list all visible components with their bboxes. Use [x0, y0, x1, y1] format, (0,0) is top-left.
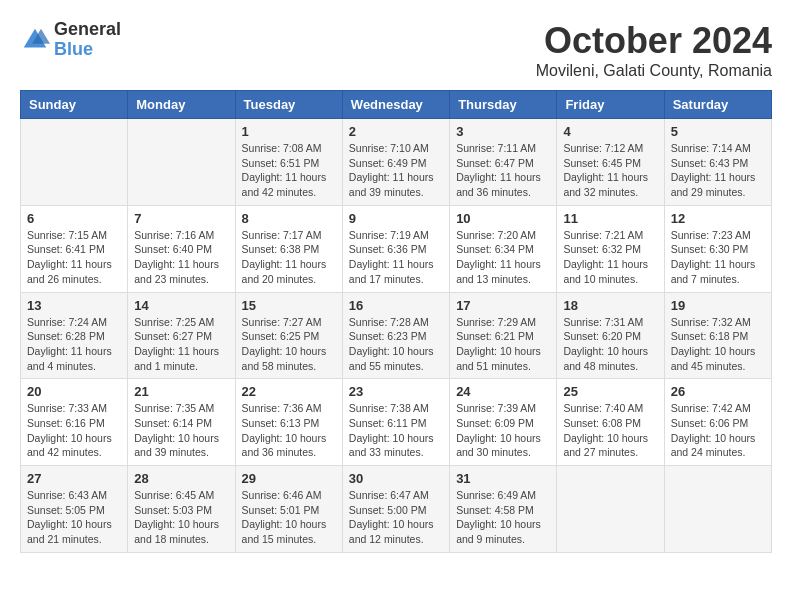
day-info: Sunrise: 7:27 AM Sunset: 6:25 PM Dayligh… [242, 315, 336, 374]
calendar-day-cell: 1Sunrise: 7:08 AM Sunset: 6:51 PM Daylig… [235, 119, 342, 206]
logo-icon [20, 25, 50, 55]
calendar-day-cell: 10Sunrise: 7:20 AM Sunset: 6:34 PM Dayli… [450, 205, 557, 292]
day-number: 28 [134, 471, 228, 486]
calendar-day-cell: 12Sunrise: 7:23 AM Sunset: 6:30 PM Dayli… [664, 205, 771, 292]
day-info: Sunrise: 7:29 AM Sunset: 6:21 PM Dayligh… [456, 315, 550, 374]
day-number: 19 [671, 298, 765, 313]
day-number: 4 [563, 124, 657, 139]
calendar-day-cell: 21Sunrise: 7:35 AM Sunset: 6:14 PM Dayli… [128, 379, 235, 466]
day-info: Sunrise: 7:25 AM Sunset: 6:27 PM Dayligh… [134, 315, 228, 374]
calendar-day-cell: 24Sunrise: 7:39 AM Sunset: 6:09 PM Dayli… [450, 379, 557, 466]
calendar-day-cell: 4Sunrise: 7:12 AM Sunset: 6:45 PM Daylig… [557, 119, 664, 206]
calendar-day-cell: 26Sunrise: 7:42 AM Sunset: 6:06 PM Dayli… [664, 379, 771, 466]
day-info: Sunrise: 7:15 AM Sunset: 6:41 PM Dayligh… [27, 228, 121, 287]
calendar-week-row: 20Sunrise: 7:33 AM Sunset: 6:16 PM Dayli… [21, 379, 772, 466]
day-number: 26 [671, 384, 765, 399]
calendar-table: SundayMondayTuesdayWednesdayThursdayFrid… [20, 90, 772, 553]
day-number: 7 [134, 211, 228, 226]
day-info: Sunrise: 7:21 AM Sunset: 6:32 PM Dayligh… [563, 228, 657, 287]
day-of-week-header: Monday [128, 91, 235, 119]
day-number: 18 [563, 298, 657, 313]
calendar-day-cell: 15Sunrise: 7:27 AM Sunset: 6:25 PM Dayli… [235, 292, 342, 379]
calendar-day-cell: 30Sunrise: 6:47 AM Sunset: 5:00 PM Dayli… [342, 466, 449, 553]
calendar-day-cell: 18Sunrise: 7:31 AM Sunset: 6:20 PM Dayli… [557, 292, 664, 379]
calendar-day-cell: 8Sunrise: 7:17 AM Sunset: 6:38 PM Daylig… [235, 205, 342, 292]
day-number: 23 [349, 384, 443, 399]
day-of-week-header: Tuesday [235, 91, 342, 119]
calendar-week-row: 1Sunrise: 7:08 AM Sunset: 6:51 PM Daylig… [21, 119, 772, 206]
calendar-day-cell: 20Sunrise: 7:33 AM Sunset: 6:16 PM Dayli… [21, 379, 128, 466]
day-of-week-header: Saturday [664, 91, 771, 119]
calendar-day-cell: 23Sunrise: 7:38 AM Sunset: 6:11 PM Dayli… [342, 379, 449, 466]
day-info: Sunrise: 7:11 AM Sunset: 6:47 PM Dayligh… [456, 141, 550, 200]
day-info: Sunrise: 7:38 AM Sunset: 6:11 PM Dayligh… [349, 401, 443, 460]
day-number: 25 [563, 384, 657, 399]
location-title: Movileni, Galati County, Romania [536, 62, 772, 80]
day-number: 22 [242, 384, 336, 399]
day-info: Sunrise: 7:31 AM Sunset: 6:20 PM Dayligh… [563, 315, 657, 374]
calendar-day-cell: 3Sunrise: 7:11 AM Sunset: 6:47 PM Daylig… [450, 119, 557, 206]
day-number: 27 [27, 471, 121, 486]
calendar-day-cell: 9Sunrise: 7:19 AM Sunset: 6:36 PM Daylig… [342, 205, 449, 292]
day-info: Sunrise: 7:23 AM Sunset: 6:30 PM Dayligh… [671, 228, 765, 287]
day-info: Sunrise: 7:17 AM Sunset: 6:38 PM Dayligh… [242, 228, 336, 287]
day-number: 31 [456, 471, 550, 486]
calendar-week-row: 6Sunrise: 7:15 AM Sunset: 6:41 PM Daylig… [21, 205, 772, 292]
day-number: 3 [456, 124, 550, 139]
day-info: Sunrise: 7:40 AM Sunset: 6:08 PM Dayligh… [563, 401, 657, 460]
calendar-day-cell: 29Sunrise: 6:46 AM Sunset: 5:01 PM Dayli… [235, 466, 342, 553]
day-number: 10 [456, 211, 550, 226]
calendar-day-cell: 14Sunrise: 7:25 AM Sunset: 6:27 PM Dayli… [128, 292, 235, 379]
day-number: 17 [456, 298, 550, 313]
day-info: Sunrise: 7:28 AM Sunset: 6:23 PM Dayligh… [349, 315, 443, 374]
day-number: 11 [563, 211, 657, 226]
day-number: 13 [27, 298, 121, 313]
day-info: Sunrise: 7:39 AM Sunset: 6:09 PM Dayligh… [456, 401, 550, 460]
month-title: October 2024 [536, 20, 772, 62]
day-number: 24 [456, 384, 550, 399]
day-number: 15 [242, 298, 336, 313]
calendar-day-cell: 31Sunrise: 6:49 AM Sunset: 4:58 PM Dayli… [450, 466, 557, 553]
calendar-day-cell: 16Sunrise: 7:28 AM Sunset: 6:23 PM Dayli… [342, 292, 449, 379]
calendar-day-cell: 28Sunrise: 6:45 AM Sunset: 5:03 PM Dayli… [128, 466, 235, 553]
day-of-week-header: Friday [557, 91, 664, 119]
day-number: 9 [349, 211, 443, 226]
page-header: General Blue October 2024 Movileni, Gala… [20, 20, 772, 80]
day-number: 21 [134, 384, 228, 399]
day-number: 12 [671, 211, 765, 226]
calendar-day-cell: 25Sunrise: 7:40 AM Sunset: 6:08 PM Dayli… [557, 379, 664, 466]
calendar-day-cell: 27Sunrise: 6:43 AM Sunset: 5:05 PM Dayli… [21, 466, 128, 553]
day-number: 16 [349, 298, 443, 313]
day-info: Sunrise: 6:47 AM Sunset: 5:00 PM Dayligh… [349, 488, 443, 547]
day-number: 8 [242, 211, 336, 226]
day-info: Sunrise: 7:32 AM Sunset: 6:18 PM Dayligh… [671, 315, 765, 374]
calendar-day-cell [128, 119, 235, 206]
day-info: Sunrise: 7:20 AM Sunset: 6:34 PM Dayligh… [456, 228, 550, 287]
logo: General Blue [20, 20, 121, 60]
title-area: October 2024 Movileni, Galati County, Ro… [536, 20, 772, 80]
calendar-day-cell [664, 466, 771, 553]
calendar-day-cell: 22Sunrise: 7:36 AM Sunset: 6:13 PM Dayli… [235, 379, 342, 466]
day-of-week-header: Sunday [21, 91, 128, 119]
calendar-day-cell: 19Sunrise: 7:32 AM Sunset: 6:18 PM Dayli… [664, 292, 771, 379]
calendar-day-cell: 17Sunrise: 7:29 AM Sunset: 6:21 PM Dayli… [450, 292, 557, 379]
day-number: 1 [242, 124, 336, 139]
calendar-day-cell: 7Sunrise: 7:16 AM Sunset: 6:40 PM Daylig… [128, 205, 235, 292]
calendar-week-row: 27Sunrise: 6:43 AM Sunset: 5:05 PM Dayli… [21, 466, 772, 553]
day-of-week-header: Wednesday [342, 91, 449, 119]
day-info: Sunrise: 6:49 AM Sunset: 4:58 PM Dayligh… [456, 488, 550, 547]
day-info: Sunrise: 6:46 AM Sunset: 5:01 PM Dayligh… [242, 488, 336, 547]
calendar-day-cell: 13Sunrise: 7:24 AM Sunset: 6:28 PM Dayli… [21, 292, 128, 379]
calendar-day-cell: 6Sunrise: 7:15 AM Sunset: 6:41 PM Daylig… [21, 205, 128, 292]
calendar-week-row: 13Sunrise: 7:24 AM Sunset: 6:28 PM Dayli… [21, 292, 772, 379]
logo-general-text: General Blue [54, 20, 121, 60]
day-number: 30 [349, 471, 443, 486]
calendar-day-cell: 11Sunrise: 7:21 AM Sunset: 6:32 PM Dayli… [557, 205, 664, 292]
day-info: Sunrise: 7:12 AM Sunset: 6:45 PM Dayligh… [563, 141, 657, 200]
calendar-day-cell [21, 119, 128, 206]
day-info: Sunrise: 7:14 AM Sunset: 6:43 PM Dayligh… [671, 141, 765, 200]
day-info: Sunrise: 7:36 AM Sunset: 6:13 PM Dayligh… [242, 401, 336, 460]
day-info: Sunrise: 6:43 AM Sunset: 5:05 PM Dayligh… [27, 488, 121, 547]
day-info: Sunrise: 7:35 AM Sunset: 6:14 PM Dayligh… [134, 401, 228, 460]
calendar-day-cell: 5Sunrise: 7:14 AM Sunset: 6:43 PM Daylig… [664, 119, 771, 206]
